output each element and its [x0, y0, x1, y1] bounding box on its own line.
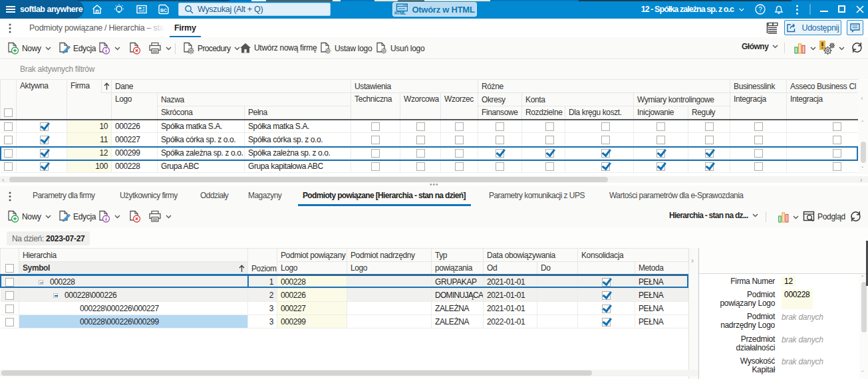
- svg-text:?: ?: [758, 6, 762, 13]
- svg-text:HTML: HTML: [394, 11, 406, 15]
- svg-text:BC: BC: [160, 8, 167, 13]
